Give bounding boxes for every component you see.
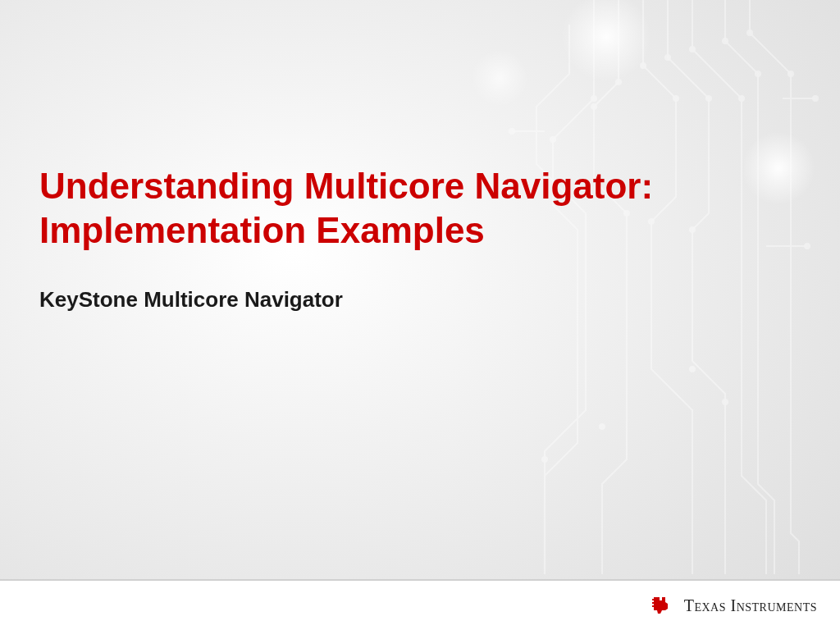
- svg-point-19: [722, 399, 728, 405]
- svg-point-20: [599, 423, 605, 430]
- svg-point-13: [788, 71, 794, 77]
- svg-point-5: [738, 95, 745, 102]
- svg-point-4: [689, 46, 696, 52]
- svg-point-22: [509, 128, 515, 135]
- ti-chip-icon: [651, 592, 676, 619]
- svg-point-18: [689, 366, 696, 372]
- svg-point-0: [640, 62, 646, 69]
- svg-rect-27: [652, 605, 654, 607]
- svg-point-3: [705, 95, 712, 102]
- svg-point-9: [550, 136, 556, 143]
- svg-point-2: [664, 54, 671, 61]
- svg-point-21: [541, 456, 548, 463]
- svg-rect-25: [652, 599, 654, 600]
- svg-point-10: [722, 38, 728, 44]
- svg-point-1: [673, 95, 679, 102]
- lens-flare: [471, 49, 528, 107]
- slide-title: Understanding Multicore Navigator: Imple…: [39, 164, 761, 252]
- svg-point-6: [615, 79, 622, 85]
- slide: Understanding Multicore Navigator: Imple…: [0, 0, 840, 630]
- svg-point-7: [591, 103, 597, 110]
- title-line-1: Understanding Multicore Navigator:: [39, 166, 653, 206]
- svg-rect-26: [652, 602, 654, 604]
- company-name: Texas Instruments: [684, 596, 817, 615]
- svg-point-12: [746, 30, 753, 36]
- svg-point-24: [804, 243, 810, 249]
- circuit-artwork: [446, 0, 840, 574]
- slide-subtitle: KeyStone Multicore Navigator: [39, 287, 343, 313]
- footer-bar: Texas Instruments: [0, 579, 840, 630]
- title-line-2: Implementation Examples: [39, 210, 485, 250]
- lens-flare: [561, 0, 651, 82]
- company-logo: Texas Instruments: [651, 592, 817, 619]
- svg-point-23: [812, 95, 819, 102]
- svg-point-8: [591, 95, 597, 102]
- svg-point-11: [755, 71, 761, 77]
